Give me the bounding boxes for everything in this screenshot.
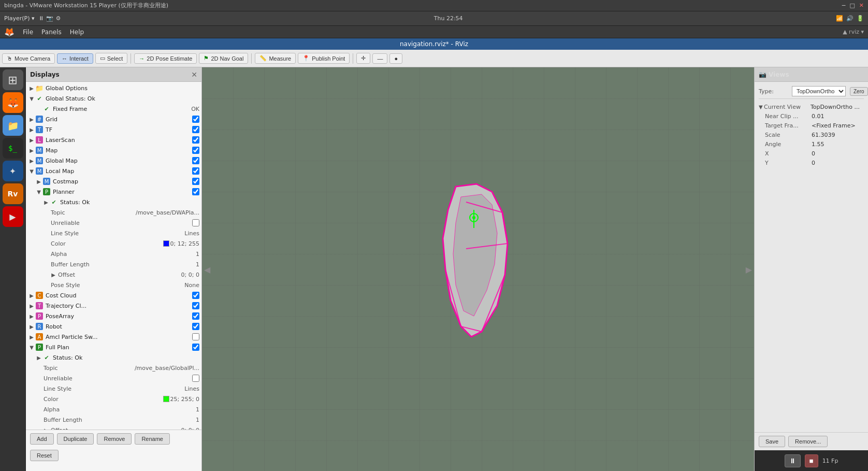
remove-btn[interactable]: Remove bbox=[97, 433, 132, 445]
measure-btn[interactable]: 📏 Measure bbox=[255, 53, 296, 64]
pause-btn[interactable]: ⏸ bbox=[38, 15, 44, 22]
views-remove-btn[interactable]: Remove... bbox=[788, 436, 828, 447]
select-btn[interactable]: ▭ Select bbox=[95, 53, 128, 64]
trajectory-checkbox[interactable] bbox=[192, 302, 199, 309]
move-camera-btn[interactable]: 🖱 Move Camera bbox=[2, 53, 55, 64]
viewport[interactable]: ◀ ▶ bbox=[202, 67, 754, 471]
tree-global-options[interactable]: ▶ 📁 Global Options bbox=[26, 83, 201, 93]
tree-posearray[interactable]: ▶ P PoseArray bbox=[26, 311, 201, 321]
tree-full-plan[interactable]: ▼ P Full Plan bbox=[26, 342, 201, 352]
rename-btn[interactable]: Rename bbox=[135, 433, 170, 445]
costmap-checkbox[interactable] bbox=[192, 178, 199, 185]
tree-planner-buflen[interactable]: Buffer Length 1 bbox=[26, 259, 201, 269]
tree-planner-alpha[interactable]: Alpha 1 bbox=[26, 249, 201, 259]
tree-planner-status[interactable]: ▶ ✔ Status: Ok bbox=[26, 197, 201, 207]
dock-icon-files[interactable]: 📁 bbox=[3, 115, 23, 136]
menu-item-panels[interactable]: Panels bbox=[41, 28, 62, 36]
tree-planner-posestyle[interactable]: Pose Style None bbox=[26, 280, 201, 290]
viewport-arrow-right[interactable]: ▶ bbox=[746, 264, 752, 274]
dock-icon-vscode[interactable]: ✦ bbox=[3, 161, 23, 181]
tf-checkbox[interactable] bbox=[192, 126, 199, 133]
fullplan-unreliable-checkbox[interactable] bbox=[192, 375, 199, 382]
tree-costmap[interactable]: ▶ M Costmap bbox=[26, 176, 201, 187]
tree-fixed-frame[interactable]: ✔ Fixed Frame OK bbox=[26, 104, 201, 114]
local-map-checkbox[interactable] bbox=[192, 167, 199, 175]
tree-fullplan-color[interactable]: Color 25; 255; 0 bbox=[26, 394, 201, 404]
tree-fullplan-topic[interactable]: Topic /move_base/GlobalPl... bbox=[26, 363, 201, 373]
play-pause-btn[interactable]: ⏸ bbox=[785, 454, 801, 467]
robot-checkbox[interactable] bbox=[192, 323, 199, 330]
grid-checkbox[interactable] bbox=[192, 116, 199, 123]
2d-nav-btn[interactable]: ⚑ 2D Nav Goal bbox=[199, 53, 248, 64]
stop-btn[interactable]: ■ bbox=[805, 454, 818, 467]
full-plan-checkbox[interactable] bbox=[192, 344, 199, 351]
tree-amcl[interactable]: ▶ A Amcl Particle Sw... bbox=[26, 332, 201, 342]
tree-fullplan-alpha[interactable]: Alpha 1 bbox=[26, 404, 201, 415]
tree-planner-linestyle[interactable]: Line Style Lines bbox=[26, 228, 201, 238]
reset-btn[interactable]: Reset bbox=[30, 450, 59, 461]
extra-btn-2[interactable]: — bbox=[372, 53, 387, 64]
global-options-arrow[interactable]: ▶ bbox=[28, 85, 35, 91]
menu-item-help[interactable]: Help bbox=[70, 28, 84, 36]
laserscan-checkbox[interactable] bbox=[192, 136, 199, 144]
displays-tree[interactable]: ▶ 📁 Global Options ▼ ✔ Global Status: Ok… bbox=[26, 82, 201, 430]
prop-current-view: ▼ Current View TopDownOrtho ... bbox=[759, 102, 864, 111]
map-checkbox[interactable] bbox=[192, 147, 199, 154]
duplicate-btn[interactable]: Duplicate bbox=[57, 433, 94, 445]
global-map-checkbox[interactable] bbox=[192, 157, 199, 164]
dock-icon-terminal[interactable]: $_ bbox=[3, 138, 23, 159]
tree-fullplan-status[interactable]: ▶ ✔ Status: Ok bbox=[26, 352, 201, 363]
publish-point-btn[interactable]: 📍 Publish Point bbox=[298, 53, 350, 64]
viewport-arrow-left[interactable]: ◀ bbox=[204, 264, 210, 274]
amcl-checkbox[interactable] bbox=[192, 333, 199, 340]
maximize-btn[interactable]: □ bbox=[849, 2, 855, 9]
tree-grid[interactable]: ▶ # Grid bbox=[26, 114, 201, 124]
planner-unreliable-checkbox[interactable] bbox=[192, 219, 199, 226]
tree-map[interactable]: ▶ M Map bbox=[26, 145, 201, 155]
global-status-arrow[interactable]: ▼ bbox=[28, 96, 35, 102]
tree-planner[interactable]: ▼ P Planner bbox=[26, 187, 201, 197]
type-select[interactable]: TopDownOrtho bbox=[792, 86, 846, 96]
tree-global-map[interactable]: ▶ M Global Map bbox=[26, 155, 201, 166]
minimize-btn[interactable]: ─ bbox=[842, 2, 846, 9]
player-menu[interactable]: Player(P) ▾ bbox=[4, 15, 34, 22]
extra-btn-3[interactable]: ● bbox=[389, 53, 402, 64]
tree-local-map[interactable]: ▼ M Local Map bbox=[26, 166, 201, 176]
displays-close-btn[interactable]: ✕ bbox=[191, 70, 197, 79]
tf-icon: T bbox=[35, 125, 44, 134]
tree-fullplan-unreliable[interactable]: Unreliable bbox=[26, 373, 201, 383]
dock-icon-apps[interactable]: ⊞ bbox=[3, 69, 23, 90]
full-plan-icon: P bbox=[35, 343, 44, 351]
zero-btn[interactable]: Zero bbox=[850, 87, 868, 96]
planner-checkbox[interactable] bbox=[192, 188, 199, 195]
tree-global-status[interactable]: ▼ ✔ Global Status: Ok bbox=[26, 93, 201, 104]
tree-fullplan-offset[interactable]: ▶ Offset 0; 0; 0 bbox=[26, 425, 201, 430]
extra-btn-1[interactable]: ✛ bbox=[356, 53, 370, 64]
tree-cost-cloud[interactable]: ▶ C Cost Cloud bbox=[26, 290, 201, 301]
views-save-btn[interactable]: Save bbox=[759, 436, 785, 447]
tree-planner-offset[interactable]: ▶ Offset 0; 0; 0 bbox=[26, 269, 201, 280]
tree-fullplan-linestyle[interactable]: Line Style Lines bbox=[26, 383, 201, 394]
add-btn[interactable]: Add bbox=[30, 433, 54, 445]
tree-planner-topic[interactable]: Topic /move_base/DWAPla... bbox=[26, 207, 201, 218]
interact-btn[interactable]: ↔ Interact bbox=[57, 53, 93, 64]
tree-robot[interactable]: ▶ R Robot bbox=[26, 321, 201, 332]
planner-status-label: Status: Ok bbox=[59, 199, 201, 206]
tree-planner-unreliable[interactable]: Unreliable bbox=[26, 218, 201, 228]
2d-pose-btn[interactable]: → 2D Pose Estimate bbox=[134, 53, 197, 64]
snapshot-btn[interactable]: 📷 bbox=[46, 15, 53, 22]
cost-cloud-checkbox[interactable] bbox=[192, 292, 199, 299]
tree-planner-color[interactable]: Color 0; 12; 255 bbox=[26, 238, 201, 249]
close-btn[interactable]: ✕ bbox=[859, 2, 864, 9]
tree-tf[interactable]: ▶ T TF bbox=[26, 124, 201, 135]
settings-btn[interactable]: ⚙ bbox=[55, 15, 61, 22]
tree-trajectory[interactable]: ▶ T Trajectory Cl... bbox=[26, 301, 201, 311]
menu-item-file[interactable]: File bbox=[23, 28, 33, 36]
dock-icon-firefox[interactable]: 🦊 bbox=[3, 92, 23, 113]
posearray-checkbox[interactable] bbox=[192, 312, 199, 320]
dock-icon-terminal2[interactable]: ▶ bbox=[3, 206, 23, 227]
audio-icon: 🔊 bbox=[846, 15, 853, 22]
dock-icon-rviz[interactable]: Rv bbox=[3, 183, 23, 204]
tree-fullplan-buflen[interactable]: Buffer Length 1 bbox=[26, 415, 201, 425]
tree-laserscan[interactable]: ▶ L LaserScan bbox=[26, 135, 201, 145]
